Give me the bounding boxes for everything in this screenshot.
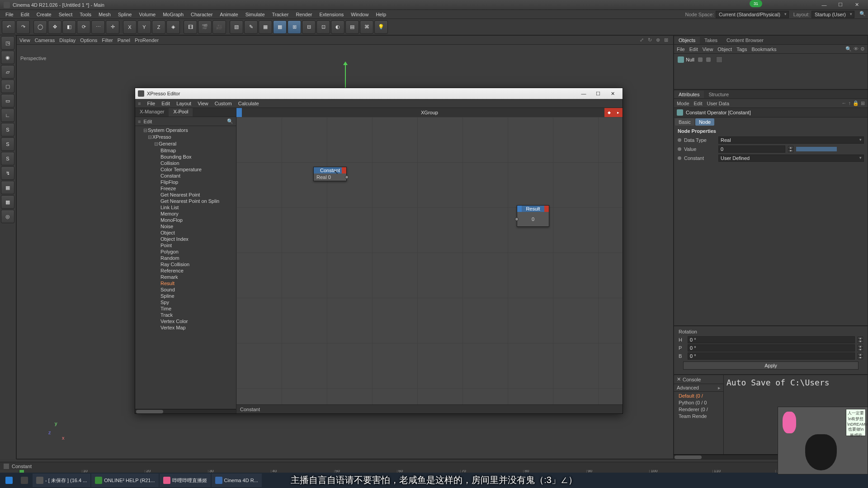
- taskbar-item[interactable]: ONLINE² HELP (R21...: [91, 474, 158, 487]
- taskbar-item[interactable]: 哔哩哔哩直播姬: [160, 474, 211, 487]
- render-pv-icon[interactable]: 🎥: [212, 20, 226, 34]
- hint-close-icon[interactable]: [4, 464, 9, 469]
- viewport-nav1-icon[interactable]: ⤢: [640, 37, 646, 43]
- console-cat-python[interactable]: Python (0 / 0: [678, 399, 720, 406]
- snap-icon[interactable]: ◎: [1, 210, 14, 223]
- node-constant[interactable]: Constant Real 0: [313, 167, 347, 181]
- param-dot[interactable]: [678, 156, 681, 160]
- xpresso-menu-calculate[interactable]: Calculate: [238, 101, 259, 106]
- xpresso-canvas[interactable]: Constant Real 0 Result: [236, 117, 623, 404]
- search-icon[interactable]: 🔍: [859, 11, 866, 18]
- place-icon[interactable]: ✛: [106, 20, 119, 34]
- model-mode-icon[interactable]: ◳: [1, 36, 14, 50]
- param-dot[interactable]: [678, 138, 681, 142]
- tab-objects[interactable]: Objects: [674, 37, 700, 44]
- value-spinner[interactable]: ▲▼: [788, 146, 793, 152]
- menu-mograph[interactable]: MoGraph: [159, 11, 187, 18]
- z-axis-icon[interactable]: Z: [152, 20, 165, 34]
- attr-menu-userdata[interactable]: User Data: [707, 101, 730, 106]
- attr-lock-icon[interactable]: 🔒: [853, 100, 859, 106]
- menu-render[interactable]: Render: [292, 11, 316, 18]
- param-dot[interactable]: [678, 147, 681, 151]
- scale-icon[interactable]: ◧: [62, 20, 76, 34]
- node-input-edge[interactable]: [517, 206, 522, 212]
- menu-volume[interactable]: Volume: [135, 11, 159, 18]
- attr-back-icon[interactable]: ←: [842, 100, 847, 106]
- console-cat-team[interactable]: Team Rende: [678, 413, 720, 419]
- objects-search-icon[interactable]: 🔍: [845, 46, 852, 52]
- tree-item[interactable]: Get Nearest Point on Splin: [135, 198, 236, 204]
- xpresso-minimize-button[interactable]: —: [576, 89, 591, 98]
- xpresso-editor-window[interactable]: XPresso Editor — ☐ ✕ ≡ File Edit Layout …: [135, 88, 623, 414]
- uv-edge-icon[interactable]: S: [1, 152, 14, 165]
- viewport-nav2-icon[interactable]: ↻: [648, 37, 654, 43]
- x-axis-icon[interactable]: X: [123, 20, 137, 34]
- viewport-menu-cameras[interactable]: Cameras: [35, 38, 55, 43]
- objects-menu-object[interactable]: Object: [717, 47, 732, 52]
- xpool-tree[interactable]: ⊟System Operators ⊟XPresso ⊟General Bitm…: [135, 126, 236, 409]
- tree-item[interactable]: Sound: [135, 286, 236, 293]
- tree-xpresso[interactable]: ⊟XPresso: [135, 134, 236, 141]
- camera-icon[interactable]: ⌘: [360, 20, 373, 34]
- tree-item[interactable]: Remark: [135, 274, 236, 280]
- xpresso-menu-file[interactable]: File: [147, 101, 155, 106]
- tree-item[interactable]: Color Temperature: [135, 166, 236, 173]
- mograph-icon[interactable]: ⊟: [302, 20, 316, 34]
- rot-p-spinner[interactable]: ▲▼: [858, 345, 863, 351]
- menu-mesh[interactable]: Mesh: [95, 11, 114, 18]
- rot-h-input[interactable]: [688, 336, 855, 343]
- tree-item[interactable]: Noise: [135, 223, 236, 230]
- objects-menu-bookmarks[interactable]: Bookmarks: [751, 47, 776, 52]
- value-slider[interactable]: [796, 147, 837, 151]
- generator-icon[interactable]: ▦: [259, 20, 272, 34]
- xpresso-titlebar[interactable]: XPresso Editor — ☐ ✕: [135, 88, 623, 99]
- xpresso-grip-icon[interactable]: ≡: [138, 101, 141, 106]
- tree-item-result[interactable]: Result: [135, 280, 236, 286]
- attr-menu-edit[interactable]: Edit: [694, 101, 703, 106]
- viewport-menu-panel[interactable]: Panel: [118, 38, 130, 43]
- environment-icon[interactable]: ▤: [345, 20, 359, 34]
- tree-item[interactable]: Constant: [135, 173, 236, 179]
- object-row-null[interactable]: Null: [677, 56, 865, 64]
- console-close-icon[interactable]: ✕: [677, 376, 681, 382]
- node-output-edge[interactable]: [544, 206, 549, 212]
- nodespace-select[interactable]: Current (Standard/Physical): [716, 11, 789, 18]
- axis-mode-icon[interactable]: ↯: [1, 166, 14, 180]
- field-icon[interactable]: ⊡: [316, 20, 330, 34]
- viewport-menu-view[interactable]: View: [19, 38, 30, 43]
- tab-content-browser[interactable]: Content Browser: [722, 37, 768, 44]
- last-tool-icon[interactable]: ⋯: [91, 20, 105, 34]
- port-output[interactable]: [345, 175, 349, 179]
- live-selection-icon[interactable]: ◯: [33, 20, 47, 34]
- node-result[interactable]: Result 0: [517, 205, 549, 227]
- xpresso-close-button[interactable]: ✕: [605, 89, 620, 98]
- array-icon[interactable]: ⊞: [288, 20, 301, 34]
- deformer-icon[interactable]: ◐: [331, 20, 344, 34]
- xpresso-menu-custom[interactable]: Custom: [215, 101, 232, 106]
- viewport-menu-prorender[interactable]: ProRender: [135, 38, 159, 43]
- port-input[interactable]: [515, 217, 519, 221]
- edge-mode-icon[interactable]: ▭: [1, 94, 14, 108]
- xpresso-menu-view[interactable]: View: [198, 101, 208, 106]
- close-button[interactable]: ✕: [849, 1, 864, 9]
- viewport-menu-filter[interactable]: Filter: [102, 38, 113, 43]
- menu-spline[interactable]: Spline: [114, 11, 136, 18]
- tree-item[interactable]: Time: [135, 305, 236, 312]
- console-menu-icon[interactable]: ▸: [718, 385, 721, 391]
- spline-tool-icon[interactable]: ✎: [244, 20, 258, 34]
- tree-item[interactable]: Polygon: [135, 249, 236, 255]
- node-output-edge[interactable]: [342, 167, 346, 174]
- viewport-nav3-icon[interactable]: ⊕: [656, 37, 662, 43]
- tab-takes[interactable]: Takes: [700, 37, 722, 44]
- menu-create[interactable]: Create: [33, 11, 55, 18]
- menu-tools[interactable]: Tools: [76, 11, 95, 18]
- rot-b-spinner[interactable]: ▲▼: [858, 353, 863, 359]
- tree-item[interactable]: Vertex Map: [135, 324, 236, 331]
- render-vis-dot[interactable]: [706, 57, 711, 62]
- minimize-button[interactable]: —: [816, 1, 832, 9]
- xpresso-menu-edit[interactable]: Edit: [161, 101, 170, 106]
- tree-item[interactable]: Object: [135, 230, 236, 236]
- tree-item[interactable]: Bounding Box: [135, 154, 236, 160]
- objects-filter-icon[interactable]: ⚙: [860, 46, 865, 52]
- viewport-menu-display[interactable]: Display: [59, 38, 75, 43]
